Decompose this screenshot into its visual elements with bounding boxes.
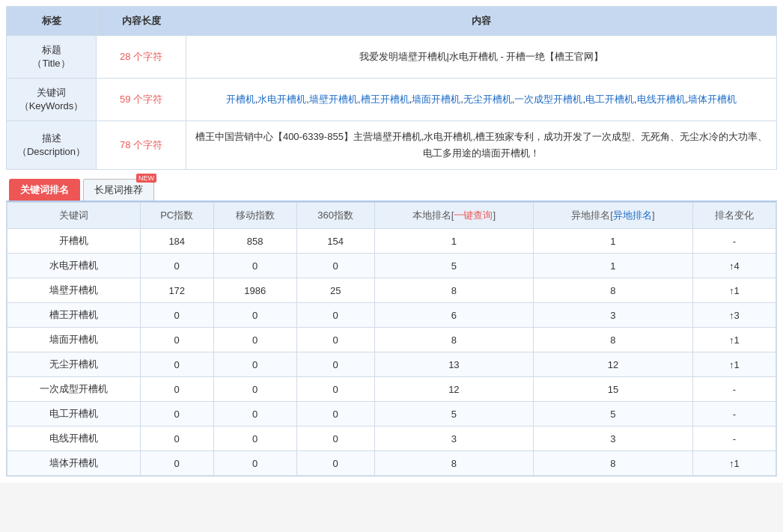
rank-keyword-3: 槽王开槽机 [7,303,141,328]
rank-change-9: ↑1 [692,451,776,476]
rank-local-3: 6 [374,303,534,328]
rank-remote-6: 15 [534,377,693,402]
table-row: 槽王开槽机00063↑3 [7,303,776,328]
tab-longtail[interactable]: 长尾词推荐 NEW [83,179,154,201]
rank-remote-3: 3 [534,303,693,328]
tab-keywords[interactable]: 关键词排名 [9,179,80,201]
rank-remote-2: 8 [534,278,693,303]
rank-keyword-5: 无尘开槽机 [7,352,141,377]
table-row: 墙面开槽机00088↑1 [7,328,776,352]
meta-content-1: 开槽机,水电开槽机,墙壁开槽机,槽王开槽机,墙面开槽机,无尘开槽机,一次成型开槽… [186,79,777,121]
rank-mobile-2: 1986 [213,278,296,303]
rank-local-1: 5 [374,254,534,278]
rank-local-5: 13 [374,352,534,377]
rank-pc-9: 0 [140,451,213,476]
rank-table: 关键词PC指数移动指数360指数本地排名[一键查询]异地排名[异地排名]排名变化… [7,202,776,476]
table-row: 电工开槽机00055- [7,402,776,426]
rank-pc-3: 0 [140,303,213,328]
rank-remote-8: 3 [534,426,693,451]
rank-pc-1: 0 [140,254,213,278]
rank-mobile-8: 0 [213,426,296,451]
meta-table: 标签 内容长度 内容 标题 （Title）28 个字符我爱发明墙壁开槽机|水电开… [6,6,777,170]
rank-360-6: 0 [296,377,374,402]
rank-col-header-6: 排名变化 [692,203,776,229]
col-header-content: 内容 [186,7,777,36]
rank-table-wrapper: 关键词PC指数移动指数360指数本地排名[一键查询]异地排名[异地排名]排名变化… [6,201,777,477]
table-row: 墙壁开槽机17219862588↑1 [7,278,776,303]
rank-360-7: 0 [296,402,374,426]
rank-keyword-6: 一次成型开槽机 [7,377,141,402]
rank-360-0: 154 [296,229,374,254]
rank-remote-9: 8 [534,451,693,476]
rank-col-header-4[interactable]: 本地排名[一键查询] [374,203,534,229]
rank-pc-5: 0 [140,352,213,377]
rank-remote-5: 12 [534,352,693,377]
meta-length-2: 78 个字符 [97,121,186,170]
rank-local-7: 5 [374,402,534,426]
rank-change-6: - [692,377,776,402]
tabs-area: 关键词排名 长尾词推荐 NEW [6,179,777,201]
rank-local-6: 12 [374,377,534,402]
rank-360-1: 0 [296,254,374,278]
meta-content-2: 槽王中国营销中心【400-6339-855】主营墙壁开槽机,水电开槽机,槽王独家… [186,121,777,170]
table-row: 水电开槽机00051↑4 [7,254,776,278]
rank-change-8: - [692,426,776,451]
rank-change-0: - [692,229,776,254]
rank-keyword-2: 墙壁开槽机 [7,278,141,303]
rank-mobile-7: 0 [213,402,296,426]
rank-mobile-4: 0 [213,328,296,352]
table-row: 无尘开槽机0001312↑1 [7,352,776,377]
rank-change-2: ↑1 [692,278,776,303]
rank-local-8: 3 [374,426,534,451]
rank-mobile-5: 0 [213,352,296,377]
rank-keyword-4: 墙面开槽机 [7,328,141,352]
rank-360-2: 25 [296,278,374,303]
rank-360-4: 0 [296,328,374,352]
table-row: 开槽机18485815411- [7,229,776,254]
meta-label-0: 标题 （Title） [7,36,97,79]
rank-mobile-1: 0 [213,254,296,278]
rank-col-header-1: PC指数 [140,203,213,229]
rank-keyword-0: 开槽机 [7,229,141,254]
rank-col-header-5[interactable]: 异地排名[异地排名] [534,203,693,229]
rank-change-4: ↑1 [692,328,776,352]
rank-remote-1: 1 [534,254,693,278]
tab-new-badge: NEW [136,174,156,183]
rank-local-9: 8 [374,451,534,476]
tab-longtail-label: 长尾词推荐 [94,184,143,195]
rank-keyword-8: 电线开槽机 [7,426,141,451]
rank-pc-7: 0 [140,402,213,426]
meta-label-2: 描述 （Description） [7,121,97,170]
rank-local-4: 8 [374,328,534,352]
rank-keyword-1: 水电开槽机 [7,254,141,278]
rank-change-7: - [692,402,776,426]
rank-remote-0: 1 [534,229,693,254]
rank-mobile-6: 0 [213,377,296,402]
rank-change-5: ↑1 [692,352,776,377]
rank-remote-4: 8 [534,328,693,352]
rank-mobile-0: 858 [213,229,296,254]
col-header-length: 内容长度 [97,7,186,36]
meta-content-0: 我爱发明墙壁开槽机|水电开槽机 - 开槽一绝【槽王官网】 [186,36,777,79]
rank-local-2: 8 [374,278,534,303]
meta-label-1: 关键词 （KeyWords） [7,79,97,121]
rank-360-9: 0 [296,451,374,476]
meta-length-1: 59 个字符 [97,79,186,121]
meta-length-0: 28 个字符 [97,36,186,79]
rank-change-1: ↑4 [692,254,776,278]
rank-remote-7: 5 [534,402,693,426]
rank-360-3: 0 [296,303,374,328]
rank-pc-8: 0 [140,426,213,451]
rank-pc-4: 0 [140,328,213,352]
table-row: 一次成型开槽机0001215- [7,377,776,402]
rank-pc-6: 0 [140,377,213,402]
rank-local-0: 1 [374,229,534,254]
rank-col-header-0: 关键词 [7,203,141,229]
rank-pc-2: 172 [140,278,213,303]
rank-keyword-9: 墙体开槽机 [7,451,141,476]
rank-pc-0: 184 [140,229,213,254]
col-header-label: 标签 [7,7,97,36]
table-row: 墙体开槽机00088↑1 [7,451,776,476]
rank-mobile-3: 0 [213,303,296,328]
rank-keyword-7: 电工开槽机 [7,402,141,426]
